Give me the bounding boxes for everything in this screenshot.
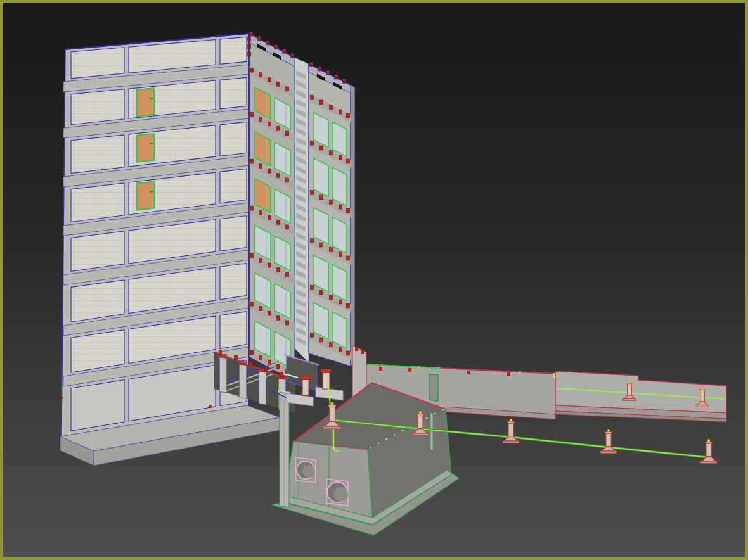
anchor-marker[interactable] — [259, 211, 262, 215]
anchor-marker[interactable] — [268, 122, 271, 126]
anchor-marker[interactable] — [276, 220, 280, 224]
anchor-marker[interactable] — [339, 347, 342, 352]
anchor-marker[interactable] — [259, 73, 262, 77]
wall-panel[interactable] — [71, 380, 124, 431]
anchor-marker[interactable] — [319, 290, 323, 295]
anchor-marker[interactable] — [259, 117, 262, 122]
anchor-marker[interactable] — [310, 141, 313, 146]
riser-pipe[interactable] — [302, 379, 309, 395]
anchor-marker[interactable] — [285, 131, 288, 136]
anchor-marker[interactable] — [319, 146, 323, 150]
anchor-marker[interactable] — [250, 159, 253, 163]
balcony-door[interactable] — [137, 181, 154, 210]
anchor-marker[interactable] — [250, 68, 253, 72]
anchor-marker[interactable] — [339, 110, 342, 114]
anchor-marker[interactable] — [329, 200, 332, 205]
anchor-marker[interactable] — [264, 367, 268, 371]
anchor-marker[interactable] — [346, 113, 349, 118]
pilotis-column[interactable] — [259, 371, 266, 405]
anchor-marker[interactable] — [310, 96, 313, 100]
anchor-marker[interactable] — [319, 195, 323, 200]
anchor-marker[interactable] — [219, 350, 222, 355]
wall-panel[interactable] — [220, 312, 247, 349]
anchor-marker[interactable] — [250, 253, 253, 258]
anchor-marker[interactable] — [467, 371, 470, 374]
anchor-marker[interactable] — [310, 191, 313, 195]
anchor-marker[interactable] — [329, 295, 332, 300]
anchor-marker[interactable] — [234, 355, 237, 360]
anchor-marker[interactable] — [249, 361, 252, 366]
anchor-marker[interactable] — [339, 252, 342, 257]
viewport-3d[interactable] — [0, 0, 748, 560]
window[interactable] — [332, 168, 347, 207]
anchor-marker[interactable] — [268, 169, 271, 173]
anchor-marker[interactable] — [361, 350, 364, 354]
anchor-marker[interactable] — [276, 173, 280, 177]
anchor-marker[interactable] — [259, 258, 262, 263]
anchor-marker[interactable] — [346, 256, 349, 260]
wall-panel[interactable] — [71, 135, 124, 174]
anchor-marker[interactable] — [268, 215, 271, 220]
wall-panel[interactable] — [220, 77, 247, 108]
balcony-door[interactable] — [137, 88, 154, 117]
anchor-marker[interactable] — [276, 82, 280, 86]
anchor-marker[interactable] — [310, 238, 313, 243]
anchor-marker[interactable] — [276, 315, 280, 320]
anchor-marker[interactable] — [268, 263, 271, 267]
anchor-marker[interactable] — [339, 155, 342, 160]
anchor-marker[interactable] — [280, 372, 283, 377]
anchor-marker[interactable] — [285, 87, 288, 91]
wall-panel[interactable] — [71, 89, 124, 125]
anchor-marker[interactable] — [329, 248, 332, 252]
anchor-marker[interactable] — [346, 303, 349, 308]
anchor-marker[interactable] — [259, 355, 262, 360]
anchor-marker[interactable] — [319, 338, 323, 342]
pilotis-column[interactable] — [220, 357, 227, 393]
wall-panel[interactable] — [220, 169, 247, 203]
wall-panel[interactable] — [220, 37, 247, 64]
anchor-marker[interactable] — [268, 360, 271, 364]
anchor-marker[interactable] — [339, 300, 342, 304]
anchor-marker[interactable] — [268, 311, 271, 315]
anchor-marker[interactable] — [259, 307, 262, 311]
anchor-marker[interactable] — [329, 105, 332, 110]
anchor-marker[interactable] — [285, 321, 288, 325]
anchor-marker[interactable] — [310, 286, 313, 290]
wall-panel[interactable] — [71, 231, 124, 271]
wall-a-doorway[interactable] — [429, 374, 438, 401]
anchor-marker[interactable] — [285, 272, 288, 277]
anchor-marker[interactable] — [319, 100, 323, 105]
anchor-marker[interactable] — [346, 159, 349, 163]
anchor-marker[interactable] — [408, 368, 411, 372]
anchor-marker[interactable] — [346, 351, 349, 355]
anchor-marker[interactable] — [379, 367, 382, 371]
anchor-marker[interactable] — [285, 178, 288, 182]
wall-panel[interactable] — [71, 48, 124, 79]
anchor-marker[interactable] — [346, 208, 349, 213]
scene-svg[interactable] — [0, 0, 748, 560]
corner-post[interactable] — [278, 390, 290, 507]
anchor-marker[interactable] — [250, 302, 253, 306]
anchor-marker[interactable] — [319, 243, 323, 247]
wall-panel[interactable] — [71, 183, 124, 222]
anchor-marker[interactable] — [276, 364, 280, 369]
anchor-marker[interactable] — [339, 205, 342, 209]
wall-panel[interactable] — [220, 264, 247, 300]
anchor-marker[interactable] — [507, 372, 510, 376]
anchor-marker[interactable] — [276, 267, 280, 272]
balcony-door[interactable] — [137, 134, 154, 162]
anchor-marker[interactable] — [268, 77, 271, 82]
pilotis-column[interactable] — [240, 364, 247, 399]
wall-panel[interactable] — [220, 216, 247, 251]
anchor-marker[interactable] — [329, 343, 332, 347]
anchor-marker[interactable] — [355, 347, 358, 351]
anchor-marker[interactable] — [250, 206, 253, 210]
anchor-marker[interactable] — [259, 164, 262, 169]
anchor-marker[interactable] — [285, 225, 288, 229]
wall-panel[interactable] — [220, 122, 247, 156]
anchor-marker[interactable] — [250, 350, 253, 355]
anchor-marker[interactable] — [310, 333, 313, 338]
anchor-marker[interactable] — [329, 151, 332, 155]
anchor-marker[interactable] — [250, 112, 253, 117]
anchor-marker[interactable] — [276, 126, 280, 130]
